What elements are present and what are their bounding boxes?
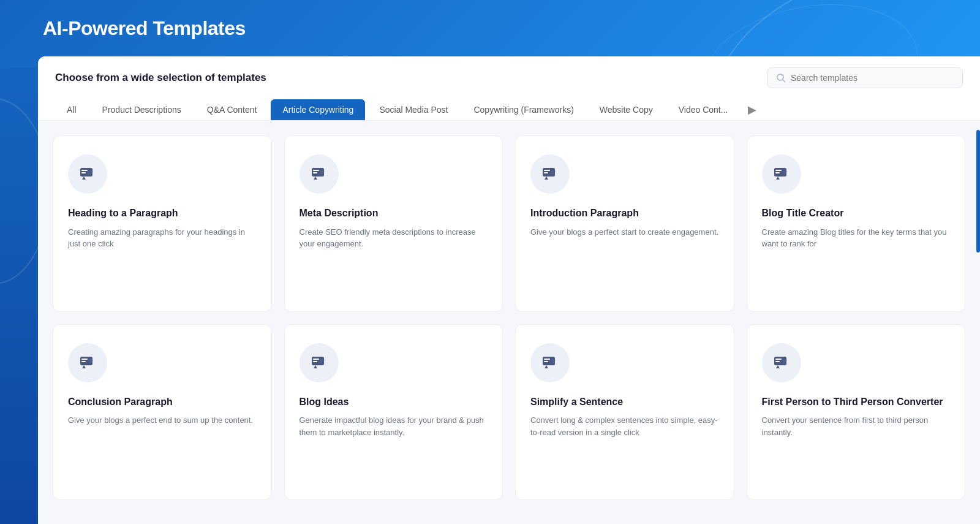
tab-product-descriptions[interactable]: Product Descriptions <box>91 99 193 120</box>
tab-all[interactable]: All <box>55 99 88 120</box>
card-icon-wrap-conclusion-paragraph <box>68 343 107 382</box>
svg-rect-3 <box>81 170 88 171</box>
svg-line-1 <box>783 80 785 82</box>
tab-website-copy[interactable]: Website Copy <box>588 99 665 120</box>
svg-rect-10 <box>320 171 325 172</box>
svg-rect-29 <box>313 361 317 362</box>
svg-rect-19 <box>775 172 780 173</box>
svg-rect-20 <box>782 171 787 172</box>
svg-rect-36 <box>551 362 554 363</box>
svg-rect-41 <box>782 362 786 363</box>
svg-rect-26 <box>88 362 92 363</box>
svg-rect-34 <box>544 361 548 362</box>
svg-rect-6 <box>88 173 92 174</box>
filter-tabs: AllProduct DescriptionsQ&A ContentArticl… <box>55 99 963 120</box>
card-icon-wrap-blog-ideas <box>300 343 339 382</box>
card-desc-blog-ideas: Generate impactful blog ideas for your b… <box>300 414 488 438</box>
card-icon-wrap-heading-to-paragraph <box>68 154 107 194</box>
main-panel: Choose from a wide selection of template… <box>38 56 980 524</box>
card-desc-first-third-person: Convert your sentence from first to thir… <box>762 414 951 438</box>
card-blog-ideas[interactable]: Blog Ideas Generate impactful blog ideas… <box>284 324 503 501</box>
tab-more-button[interactable]: ▶ <box>743 101 761 119</box>
svg-rect-11 <box>320 173 323 174</box>
svg-rect-33 <box>544 359 550 360</box>
card-desc-conclusion-paragraph: Give your blogs a perfect end to sum up … <box>68 414 257 427</box>
card-title-blog-title-creator: Blog Title Creator <box>762 207 951 220</box>
card-title-heading-to-paragraph: Heading to a Paragraph <box>68 207 257 220</box>
card-title-conclusion-paragraph: Conclusion Paragraph <box>68 396 257 409</box>
svg-rect-4 <box>81 172 86 173</box>
card-title-introduction-paragraph: Introduction Paragraph <box>530 207 719 220</box>
svg-rect-39 <box>775 361 780 362</box>
search-icon <box>776 73 786 83</box>
tab-copywriting-frameworks[interactable]: Copywriting (Frameworks) <box>462 99 585 120</box>
card-icon-wrap-first-third-person <box>762 343 801 382</box>
header-top: Choose from a wide selection of template… <box>55 67 963 88</box>
card-first-third-person[interactable]: First Person to Third Person Converter C… <box>747 324 966 501</box>
card-conclusion-paragraph[interactable]: Conclusion Paragraph Give your blogs a p… <box>53 324 272 501</box>
sidebar-strip <box>0 67 38 524</box>
tab-qa-content[interactable]: Q&A Content <box>195 99 269 120</box>
card-icon-wrap-introduction-paragraph <box>530 154 570 194</box>
svg-rect-5 <box>88 171 93 172</box>
card-title-meta-description: Meta Description <box>300 207 488 220</box>
card-icon-wrap-meta-description <box>300 154 339 194</box>
card-desc-introduction-paragraph: Give your blogs a perfect start to creat… <box>530 226 719 238</box>
card-icon-wrap-blog-title-creator <box>762 154 801 194</box>
scrollbar-thumb[interactable] <box>976 130 980 253</box>
card-desc-simplify-sentence: Convert long & complex sentences into si… <box>530 414 719 438</box>
svg-rect-8 <box>313 170 319 171</box>
card-introduction-paragraph[interactable]: Introduction Paragraph Give your blogs a… <box>515 135 734 312</box>
svg-rect-21 <box>782 173 786 174</box>
svg-rect-40 <box>782 360 787 361</box>
tab-article-copywriting[interactable]: Article Copywriting <box>271 99 365 120</box>
card-blog-title-creator[interactable]: Blog Title Creator Create amazing Blog t… <box>747 135 966 312</box>
tab-social-media-post[interactable]: Social Media Post <box>368 99 459 120</box>
svg-rect-30 <box>320 360 325 361</box>
svg-rect-23 <box>81 359 88 360</box>
svg-rect-16 <box>551 173 554 174</box>
page-title: AI-Powered Templates <box>43 17 246 40</box>
card-meta-description[interactable]: Meta Description Create SEO friendly met… <box>284 135 503 312</box>
tab-video-content[interactable]: Video Cont... <box>667 99 740 120</box>
card-desc-meta-description: Create SEO friendly meta descriptions to… <box>300 226 488 250</box>
card-title-simplify-sentence: Simplify a Sentence <box>530 396 719 409</box>
card-icon-wrap-simplify-sentence <box>530 343 570 382</box>
search-input[interactable] <box>791 73 954 83</box>
svg-rect-25 <box>88 360 93 361</box>
svg-rect-38 <box>775 359 782 360</box>
svg-rect-14 <box>544 172 548 173</box>
header-subtitle: Choose from a wide selection of template… <box>55 72 266 84</box>
card-simplify-sentence[interactable]: Simplify a Sentence Convert long & compl… <box>515 324 734 501</box>
search-box[interactable] <box>767 67 963 88</box>
svg-rect-13 <box>544 170 550 171</box>
card-heading-to-paragraph[interactable]: Heading to a Paragraph Creating amazing … <box>53 135 272 312</box>
card-title-blog-ideas: Blog Ideas <box>300 396 488 409</box>
card-desc-heading-to-paragraph: Creating amazing paragraphs for your hea… <box>68 226 257 250</box>
svg-rect-18 <box>775 170 782 171</box>
svg-rect-28 <box>313 359 319 360</box>
card-title-first-third-person: First Person to Third Person Converter <box>762 396 951 409</box>
svg-rect-35 <box>551 360 556 361</box>
header-bar: Choose from a wide selection of template… <box>38 56 980 121</box>
svg-rect-15 <box>551 171 556 172</box>
svg-rect-9 <box>313 172 317 173</box>
svg-rect-24 <box>81 361 86 362</box>
card-desc-blog-title-creator: Create amazing Blog titles for the key t… <box>762 226 951 250</box>
svg-rect-31 <box>320 362 323 363</box>
template-grid: Heading to a Paragraph Creating amazing … <box>38 121 980 515</box>
